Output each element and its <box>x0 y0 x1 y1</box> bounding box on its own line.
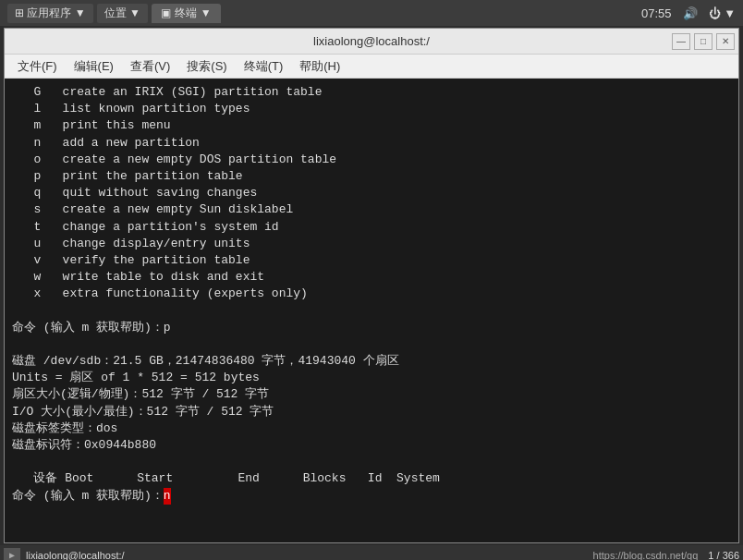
window-title: lixiaolong@localhost:/ <box>313 34 430 48</box>
app-menu-label: 应用程序 <box>27 6 71 19</box>
menu-view[interactable]: 查看(V) <box>123 56 177 77</box>
terminal-tab[interactable]: ▣ 终端 ▼ <box>152 4 221 23</box>
system-bar-left: ⊞ 应用程序 ▼ 位置 ▼ ▣ 终端 ▼ <box>7 4 641 23</box>
menu-terminal[interactable]: 终端(T) <box>237 56 291 77</box>
menu-file[interactable]: 文件(F) <box>10 56 65 77</box>
status-right: https://blog.csdn.net/qq 1 / 366 <box>593 550 739 560</box>
system-bar: ⊞ 应用程序 ▼ 位置 ▼ ▣ 终端 ▼ 07:55 🔊 ⏻ ▼ <box>0 0 743 26</box>
terminal-tab-icon: ▣ <box>161 6 171 19</box>
command-prompt: 命令 (输入 m 获取帮助)：n <box>12 488 731 505</box>
system-bar-right: 07:55 🔊 ⏻ ▼ <box>641 6 736 20</box>
app-menu-arrow: ▼ <box>75 6 86 19</box>
app-menu-button[interactable]: ⊞ 应用程序 ▼ <box>7 4 93 23</box>
terminal-window: lixiaolong@localhost:/ — □ ✕ 文件(F) 编辑(E)… <box>4 28 739 543</box>
cursor: n <box>164 488 171 505</box>
status-bar: ▶ lixiaolong@localhost:/ https://blog.cs… <box>0 545 743 560</box>
time-display: 07:55 <box>641 6 672 20</box>
menu-edit[interactable]: 编辑(E) <box>67 56 121 77</box>
close-button[interactable]: ✕ <box>716 33 735 50</box>
prompt-text: 命令 (输入 m 获取帮助)： <box>12 488 164 505</box>
location-menu-arrow: ▼ <box>129 6 140 19</box>
page-info: 1 / 366 <box>708 550 739 560</box>
maximize-button[interactable]: □ <box>694 33 713 50</box>
location-menu-label: 位置 <box>104 6 127 19</box>
menu-bar: 文件(F) 编辑(E) 查看(V) 搜索(S) 终端(T) 帮助(H) <box>5 55 738 79</box>
blog-link[interactable]: https://blog.csdn.net/qq <box>593 550 699 560</box>
term-icon-symbol: ▶ <box>9 550 15 560</box>
terminal-titlebar: lixiaolong@localhost:/ — □ ✕ <box>5 29 738 55</box>
status-terminal-name: lixiaolong@localhost:/ <box>26 550 125 560</box>
terminal-output: G create an IRIX (SGI) partition table l… <box>12 84 731 488</box>
power-icon[interactable]: ⏻ ▼ <box>709 6 736 20</box>
menu-help[interactable]: 帮助(H) <box>292 56 347 77</box>
status-left: ▶ lixiaolong@localhost:/ <box>4 548 125 560</box>
menu-search[interactable]: 搜索(S) <box>179 56 234 77</box>
terminal-tab-label: 终端 <box>175 6 197 21</box>
grid-icon: ⊞ <box>15 6 24 19</box>
minimize-button[interactable]: — <box>672 33 690 50</box>
titlebar-controls: — □ ✕ <box>672 33 735 50</box>
volume-icon: 🔊 <box>683 6 698 20</box>
location-menu-button[interactable]: 位置 ▼ <box>97 4 148 23</box>
terminal-tab-arrow: ▼ <box>201 6 212 19</box>
terminal-content[interactable]: G create an IRIX (SGI) partition table l… <box>5 79 738 542</box>
terminal-status-icon: ▶ <box>4 548 20 560</box>
